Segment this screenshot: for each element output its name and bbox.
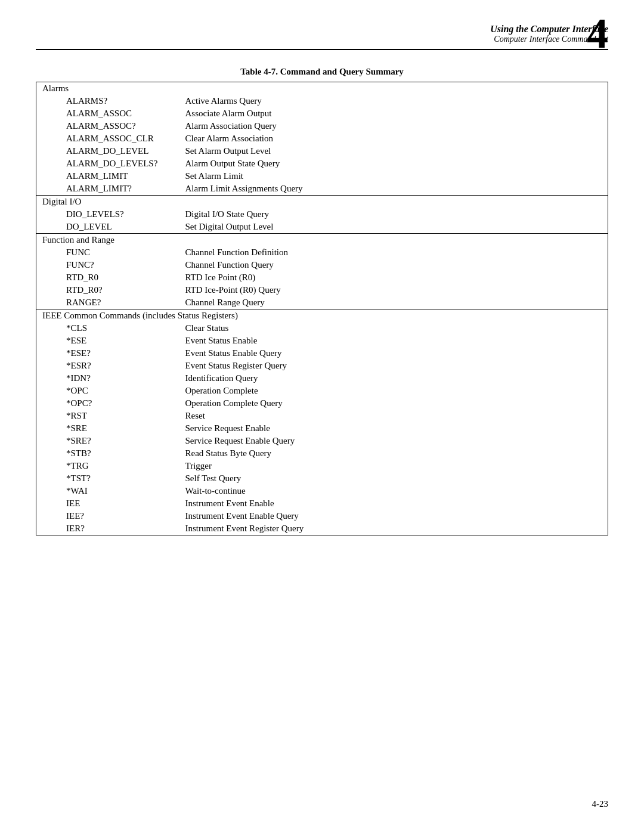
command-description: Operation Complete Query [179,397,608,410]
command-description: Set Alarm Limit [179,170,608,182]
table-row: *CLSClear Status [36,322,608,335]
table-row: DIO_LEVELS?Digital I/O State Query [36,208,608,221]
header-chapter: 4 [587,17,608,51]
header-divider [36,49,608,50]
table-row: ALARMS?Active Alarms Query [36,95,608,107]
page-header: Using the Computer Interface Computer In… [36,24,608,47]
table-row: ALARM_ASSOCAssociate Alarm Output [36,107,608,120]
command-description: Operation Complete [179,385,608,397]
table-row: ALARM_LIMITSet Alarm Limit [36,170,608,182]
table-row: *SRE?Service Request Enable Query [36,435,608,447]
page-footer: 4-23 [592,799,609,809]
command-description: Clear Status [179,322,608,335]
command-description: Channel Function Definition [179,246,608,259]
table-row: IEEInstrument Event Enable [36,497,608,510]
table-row: ALARM_LIMIT?Alarm Limit Assignments Quer… [36,182,608,196]
command-description: Associate Alarm Output [179,107,608,120]
command-description: Wait-to-continue [179,485,608,497]
table-row: ALARM_DO_LEVELSet Alarm Output Level [36,145,608,157]
command-name: ALARM_LIMIT? [36,182,179,196]
command-name: ALARM_DO_LEVELS? [36,157,179,170]
command-name: *ESE? [36,347,179,360]
command-description: RTD Ice Point (R0) [179,271,608,284]
section-header-3: IEEE Common Commands (includes Status Re… [36,309,608,323]
table-row: RTD_R0?RTD Ice-Point (R0) Query [36,284,608,296]
table-row: *ESE?Event Status Enable Query [36,347,608,360]
command-description: Instrument Event Enable Query [179,510,608,522]
table-row: RANGE?Channel Range Query [36,296,608,309]
command-description: Event Status Enable Query [179,347,608,360]
command-name: ALARM_ASSOC? [36,120,179,132]
table-row: DO_LEVELSet Digital Output Level [36,221,608,234]
command-description: Active Alarms Query [179,95,608,107]
command-description: Trigger [179,460,608,472]
table-row: FUNC?Channel Function Query [36,259,608,271]
table-row: RTD_R0RTD Ice Point (R0) [36,271,608,284]
command-name: DIO_LEVELS? [36,208,179,221]
table-title: Table 4-7. Command and Query Summary [36,67,608,77]
command-description: Clear Alarm Association [179,132,608,145]
table-row: IEE?Instrument Event Enable Query [36,510,608,522]
command-description: Alarm Association Query [179,120,608,132]
command-name: FUNC [36,246,179,259]
command-description: Service Request Enable [179,422,608,435]
command-name: *ESE [36,335,179,347]
table-row: *OPCOperation Complete [36,385,608,397]
command-name: IER? [36,522,179,535]
table-row: *ESR?Event Status Register Query [36,360,608,372]
command-description: Identification Query [179,372,608,385]
command-name: IEE? [36,510,179,522]
command-description: Read Status Byte Query [179,447,608,460]
table-row: *TRGTrigger [36,460,608,472]
command-name: ALARM_ASSOC [36,107,179,120]
command-name: *RST [36,410,179,422]
command-name: *OPC? [36,397,179,410]
command-table: AlarmsALARMS?Active Alarms QueryALARM_AS… [36,82,608,535]
command-name: *STB? [36,447,179,460]
command-description: Instrument Event Register Query [179,522,608,535]
command-description: Set Alarm Output Level [179,145,608,157]
command-description: Channel Function Query [179,259,608,271]
table-row: *RSTReset [36,410,608,422]
command-name: *CLS [36,322,179,335]
command-name: *TST? [36,472,179,485]
table-row: *WAIWait-to-continue [36,485,608,497]
command-description: Self Test Query [179,472,608,485]
command-description: Alarm Output State Query [179,157,608,170]
command-name: ALARMS? [36,95,179,107]
command-name: FUNC? [36,259,179,271]
section-header-0: Alarms [36,82,608,95]
table-row: *SREService Request Enable [36,422,608,435]
command-name: *IDN? [36,372,179,385]
page-container: Using the Computer Interface Computer In… [0,0,644,833]
command-description: Reset [179,410,608,422]
command-description: Digital I/O State Query [179,208,608,221]
command-name: *ESR? [36,360,179,372]
table-row: IER?Instrument Event Register Query [36,522,608,535]
table-row: ALARM_ASSOC?Alarm Association Query [36,120,608,132]
command-name: *SRE [36,422,179,435]
command-name: RTD_R0 [36,271,179,284]
command-name: ALARM_DO_LEVEL [36,145,179,157]
command-description: Service Request Enable Query [179,435,608,447]
command-name: RTD_R0? [36,284,179,296]
command-name: *TRG [36,460,179,472]
command-name: RANGE? [36,296,179,309]
command-name: *OPC [36,385,179,397]
table-row: *TST?Self Test Query [36,472,608,485]
command-description: RTD Ice-Point (R0) Query [179,284,608,296]
table-row: ALARM_ASSOC_CLRClear Alarm Association [36,132,608,145]
command-description: Alarm Limit Assignments Query [179,182,608,196]
section-header-2: Function and Range [36,234,608,247]
page-number: 4-23 [592,799,609,809]
command-name: *SRE? [36,435,179,447]
command-name: DO_LEVEL [36,221,179,234]
table-row: *IDN?Identification Query [36,372,608,385]
command-description: Event Status Enable [179,335,608,347]
command-description: Set Digital Output Level [179,221,608,234]
table-row: FUNCChannel Function Definition [36,246,608,259]
command-description: Event Status Register Query [179,360,608,372]
command-name: ALARM_LIMIT [36,170,179,182]
command-name: IEE [36,497,179,510]
section-header-1: Digital I/O [36,196,608,209]
